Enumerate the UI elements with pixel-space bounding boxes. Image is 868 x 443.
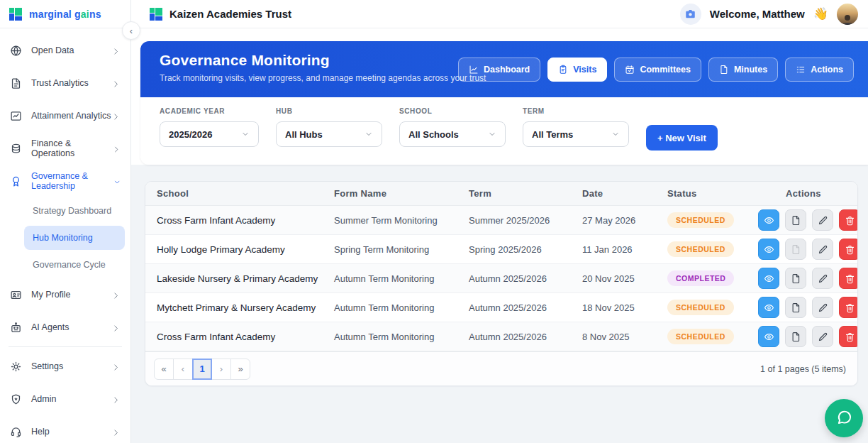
view-button[interactable]	[758, 239, 779, 260]
edit-button[interactable]	[812, 326, 833, 347]
hero-tab-actions[interactable]: Actions	[785, 58, 854, 82]
id-card-icon	[10, 289, 22, 301]
column-header-actions: Actions	[758, 188, 849, 199]
report-button[interactable]	[785, 268, 806, 289]
hero-tab-committees[interactable]: Committees	[614, 58, 701, 82]
pagination: «‹1›»	[154, 359, 250, 380]
sidebar: marginal gains Open DataTrust AnalyticsA…	[0, 0, 131, 443]
page-info: 1 of 1 pages (5 items)	[760, 364, 846, 374]
delete-button[interactable]	[839, 239, 858, 260]
page-number-button[interactable]: 1	[192, 359, 212, 380]
filter-academic-year: ACADEMIC YEAR2025/2026	[160, 107, 259, 151]
new-visit-button[interactable]: + New Visit	[646, 125, 718, 151]
sidebar-item-settings[interactable]: Settings	[0, 350, 130, 383]
hero-tab-dashboard[interactable]: Dashboard	[458, 58, 540, 82]
filter-select-school[interactable]: All Schools	[399, 121, 506, 147]
camera-button[interactable]	[680, 4, 701, 25]
filter-bar: ACADEMIC YEAR2025/2026HUBAll HubsSCHOOLA…	[140, 97, 868, 165]
status-badge: SCHEDULED	[667, 300, 734, 315]
app-logo: marginal gains	[0, 0, 130, 28]
chevron-right-icon	[112, 144, 121, 153]
user-avatar[interactable]	[837, 4, 858, 25]
sidebar-item-help[interactable]: Help	[0, 415, 130, 443]
page-next-button[interactable]: ›	[211, 359, 231, 380]
chevron-right-icon	[111, 395, 121, 404]
chevron-right-icon	[111, 79, 121, 88]
view-button[interactable]	[758, 268, 779, 289]
hero-tab-minutes[interactable]: Minutes	[708, 58, 778, 82]
edit-button[interactable]	[812, 297, 833, 318]
sidebar-item-attainment-analytics[interactable]: Attainment Analytics	[0, 99, 130, 132]
table-row: Cross Farm Infant AcademySummer Term Mon…	[145, 206, 857, 235]
sidebar-subitem-strategy-dashboard[interactable]: Strategy Dashboard	[24, 197, 125, 224]
sidebar-subitem-hub-monitoring[interactable]: Hub Monitoring	[24, 226, 125, 250]
chevron-down-icon	[611, 130, 620, 138]
delete-button[interactable]	[839, 297, 858, 318]
table-row: Cross Farm Infant AcademyAutumn Term Mon…	[145, 322, 857, 351]
page-prev-button[interactable]: ‹	[173, 359, 193, 380]
sidebar-item-open-data[interactable]: Open Data	[0, 34, 130, 67]
report-button[interactable]	[785, 239, 806, 260]
chevron-right-icon	[111, 362, 121, 371]
sidebar-divider	[9, 346, 122, 347]
table-row: Lakeside Nursery & Primary AcademyAutumn…	[145, 264, 857, 293]
sidebar-item-governance-leadership[interactable]: Governance & Leadership	[0, 165, 130, 197]
page-last-button[interactable]: »	[230, 359, 250, 380]
document-icon	[10, 77, 22, 89]
view-button[interactable]	[758, 209, 779, 231]
clipboard-icon	[558, 65, 568, 75]
report-button[interactable]	[785, 326, 806, 347]
chevron-right-icon	[111, 111, 121, 121]
sidebar-item-trust-analytics[interactable]: Trust Analytics	[0, 67, 130, 99]
chat-fab-button[interactable]	[825, 399, 863, 437]
chevron-right-icon	[111, 290, 121, 300]
table-row: Mytchett Primary & Nursery AcademyAutumn…	[145, 293, 857, 322]
shield-star-icon	[10, 393, 22, 405]
view-button[interactable]	[758, 326, 779, 347]
filter-term: TERMAll Terms	[523, 107, 629, 151]
filter-select-hub[interactable]: All Hubs	[276, 121, 382, 147]
status-badge: COMPLETED	[667, 270, 734, 286]
report-button[interactable]	[785, 209, 806, 231]
trust-logo-icon	[150, 8, 162, 21]
hero-banner: Governance Monitoring Track monitoring v…	[140, 41, 868, 97]
delete-button[interactable]	[839, 326, 858, 347]
delete-button[interactable]	[839, 268, 858, 289]
file-icon	[719, 65, 729, 75]
visits-table: SchoolForm NameTermDateStatusActions Cro…	[145, 181, 858, 386]
filter-school: SCHOOLAll Schools	[399, 107, 506, 151]
trust-header: Kaizen Academies Trust	[150, 8, 291, 21]
trust-name: Kaizen Academies Trust	[169, 8, 291, 20]
edit-button[interactable]	[812, 239, 833, 260]
filter-select-term[interactable]: All Terms	[523, 121, 629, 147]
sidebar-item-my-profile[interactable]: My Profile	[0, 278, 130, 311]
status-badge: SCHEDULED	[667, 329, 734, 344]
column-header-date: Date	[582, 188, 667, 199]
sidebar-subitem-governance-cycle[interactable]: Governance Cycle	[24, 251, 125, 278]
chevron-right-icon	[111, 46, 121, 55]
column-header-status: Status	[667, 188, 758, 199]
sidebar-item-admin[interactable]: Admin	[0, 383, 130, 415]
table-row: Holly Lodge Primary AcademySpring Term M…	[145, 235, 857, 264]
report-button[interactable]	[785, 297, 806, 318]
view-button[interactable]	[758, 297, 779, 318]
wave-emoji: 👋	[813, 6, 828, 21]
governance-panel: Governance Monitoring Track monitoring v…	[140, 41, 868, 165]
edit-button[interactable]	[812, 268, 833, 289]
sidebar-collapse-button[interactable]: ‹	[122, 21, 140, 40]
status-badge: SCHEDULED	[667, 212, 734, 228]
filter-select-academic-year[interactable]: 2025/2026	[160, 121, 259, 147]
page-first-button[interactable]: «	[154, 359, 174, 380]
chevron-right-icon	[113, 177, 121, 186]
chart-icon	[10, 110, 22, 122]
column-header-term: Term	[469, 188, 582, 199]
edit-button[interactable]	[812, 209, 833, 231]
status-badge: SCHEDULED	[667, 241, 734, 257]
delete-button[interactable]	[839, 209, 858, 231]
main-content: Governance Monitoring Track monitoring v…	[131, 28, 868, 443]
chart-line-icon	[469, 65, 479, 75]
chevron-down-icon	[365, 130, 373, 138]
sidebar-item-finance-operations[interactable]: Finance & Operations	[0, 132, 130, 165]
sidebar-item-ai-agents[interactable]: AI Agents	[0, 311, 130, 344]
hero-tab-visits[interactable]: Visits	[547, 58, 607, 82]
